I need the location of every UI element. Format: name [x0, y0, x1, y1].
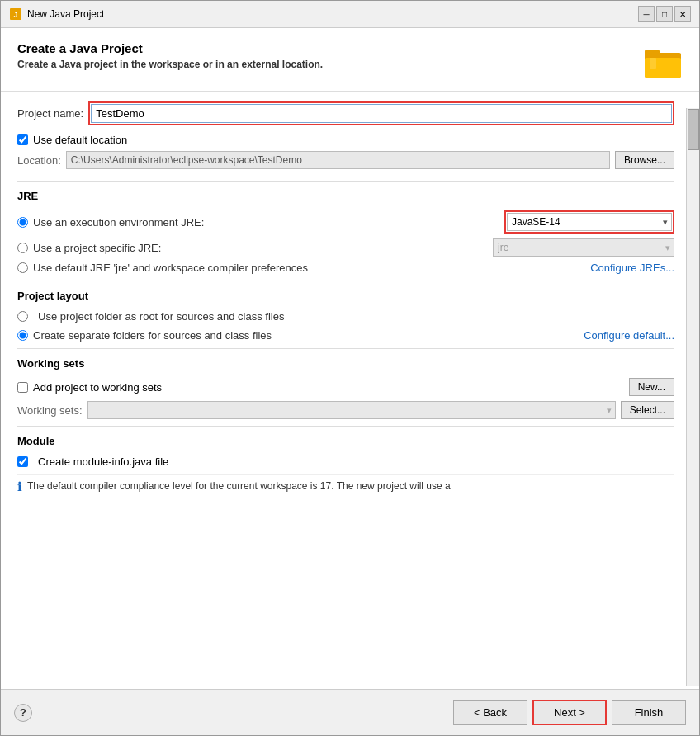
- svg-text:J: J: [13, 11, 17, 19]
- title-bar-left: J New Java Project: [9, 7, 104, 21]
- working-sets-title: Working sets: [17, 357, 674, 370]
- layout-section-title: Project layout: [17, 290, 674, 302]
- minimize-button[interactable]: ─: [638, 6, 655, 22]
- project-name-label: Project name:: [17, 107, 83, 120]
- location-input[interactable]: [66, 151, 610, 169]
- layout-option2-radio[interactable]: [17, 330, 28, 341]
- working-sets-input: [88, 401, 616, 419]
- info-row: ℹ The default compiler compliance level …: [17, 474, 674, 498]
- layout-option1-label[interactable]: Use project folder as root for sources a…: [38, 310, 284, 323]
- create-module-checkbox[interactable]: [17, 456, 28, 467]
- header-text: Create a Java Project Create a Java proj…: [17, 41, 323, 70]
- help-button[interactable]: ?: [14, 704, 32, 722]
- svg-rect-4: [645, 50, 660, 58]
- jre-specific-input: [493, 238, 674, 257]
- jre-option1-radio[interactable]: [17, 217, 28, 228]
- browse-button[interactable]: Browse...: [615, 151, 674, 169]
- use-default-location-label[interactable]: Use default location: [33, 134, 127, 146]
- use-default-location-row: Use default location: [17, 134, 674, 146]
- location-row: Location: Browse...: [17, 151, 674, 169]
- jre-option1-label[interactable]: Use an execution environment JRE:: [33, 216, 204, 229]
- scrollbar-thumb[interactable]: [688, 109, 699, 150]
- add-working-sets-label[interactable]: Add project to working sets: [33, 381, 162, 394]
- add-working-sets-checkbox[interactable]: [17, 382, 28, 393]
- jre-option2-row: Use a project specific JRE:: [17, 238, 674, 257]
- configure-jres-link[interactable]: Configure JREs...: [590, 262, 674, 274]
- dialog-header: Create a Java Project Create a Java proj…: [1, 28, 699, 92]
- jre-option3-label[interactable]: Use default JRE 'jre' and workspace comp…: [33, 262, 308, 274]
- layout-option2-label[interactable]: Create separate folders for sources and …: [33, 329, 272, 342]
- layout-option1-radio[interactable]: [17, 311, 28, 322]
- layout-option1-row: Use project folder as root for sources a…: [17, 310, 674, 323]
- java-project-icon: J: [9, 7, 22, 21]
- title-controls: ─ □ ✕: [638, 6, 691, 22]
- jre-divider: [17, 181, 674, 182]
- create-module-label[interactable]: Create module-info.java file: [38, 455, 168, 468]
- svg-rect-5: [650, 58, 656, 69]
- jre-option2-left: Use a project specific JRE:: [17, 242, 161, 254]
- jre-select[interactable]: JavaSE-14 JavaSE-11 JavaSE-8: [507, 213, 672, 231]
- dialog-title: Create a Java Project: [17, 41, 323, 55]
- form-content: Project name: Use default location Locat…: [1, 92, 699, 689]
- module-divider: [17, 426, 674, 427]
- jre-option3-left: Use default JRE 'jre' and workspace comp…: [17, 262, 308, 274]
- jre-option3-radio[interactable]: [17, 262, 28, 273]
- layout-option2-row: Create separate folders for sources and …: [17, 329, 674, 342]
- working-sets-row2: Working sets: Select...: [17, 401, 674, 419]
- window-title: New Java Project: [27, 8, 104, 20]
- use-default-location-checkbox[interactable]: [17, 134, 28, 145]
- create-module-row: Create module-info.java file: [17, 455, 674, 468]
- select-working-sets-button[interactable]: Select...: [621, 401, 674, 419]
- back-button[interactable]: < Back: [453, 700, 527, 725]
- jre-option1-left: Use an execution environment JRE:: [17, 216, 204, 229]
- working-sets-divider: [17, 348, 674, 349]
- info-text: The default compiler compliance level fo…: [27, 479, 451, 493]
- layout-option2-left: Create separate folders for sources and …: [17, 329, 272, 342]
- title-bar: J New Java Project ─ □ ✕: [1, 1, 699, 28]
- folder-icon: [643, 41, 683, 81]
- jre-option1-row: Use an execution environment JRE: JavaSE…: [17, 210, 674, 234]
- jre-select-wrapper: JavaSE-14 JavaSE-11 JavaSE-8: [504, 210, 674, 234]
- jre-option3-row: Use default JRE 'jre' and workspace comp…: [17, 262, 674, 274]
- jre-select-container: JavaSE-14 JavaSE-11 JavaSE-8: [507, 213, 672, 231]
- location-label: Location:: [17, 154, 61, 167]
- scrollbar-track[interactable]: [686, 108, 699, 686]
- working-sets-label: Working sets:: [17, 404, 83, 417]
- working-sets-row1: Add project to working sets New...: [17, 378, 674, 396]
- project-name-input-wrapper: [88, 101, 674, 125]
- jre-option2-radio[interactable]: [17, 243, 28, 253]
- nav-buttons: < Back Next > Finish: [453, 700, 686, 725]
- project-name-input[interactable]: [91, 104, 672, 123]
- jre-disabled-select-wrapper: [493, 238, 674, 257]
- close-button[interactable]: ✕: [674, 6, 691, 22]
- working-sets-select-wrapper: [88, 401, 616, 419]
- layout-divider: [17, 281, 674, 281]
- maximize-button[interactable]: □: [656, 6, 673, 22]
- finish-button[interactable]: Finish: [612, 700, 686, 725]
- add-working-sets-left: Add project to working sets: [17, 381, 162, 394]
- dialog-description: Create a Java project in the workspace o…: [17, 59, 323, 70]
- next-button[interactable]: Next >: [532, 700, 607, 725]
- configure-default-link[interactable]: Configure default...: [584, 329, 674, 342]
- bottom-bar: ? < Back Next > Finish: [1, 689, 699, 735]
- new-working-set-button[interactable]: New...: [629, 378, 674, 396]
- main-window: J New Java Project ─ □ ✕ Create a Java P…: [0, 0, 700, 736]
- info-icon: ℹ: [17, 479, 22, 494]
- module-section-title: Module: [17, 435, 674, 447]
- project-name-row: Project name:: [17, 101, 674, 125]
- jre-option2-label[interactable]: Use a project specific JRE:: [33, 242, 161, 254]
- jre-section-title: JRE: [17, 190, 674, 202]
